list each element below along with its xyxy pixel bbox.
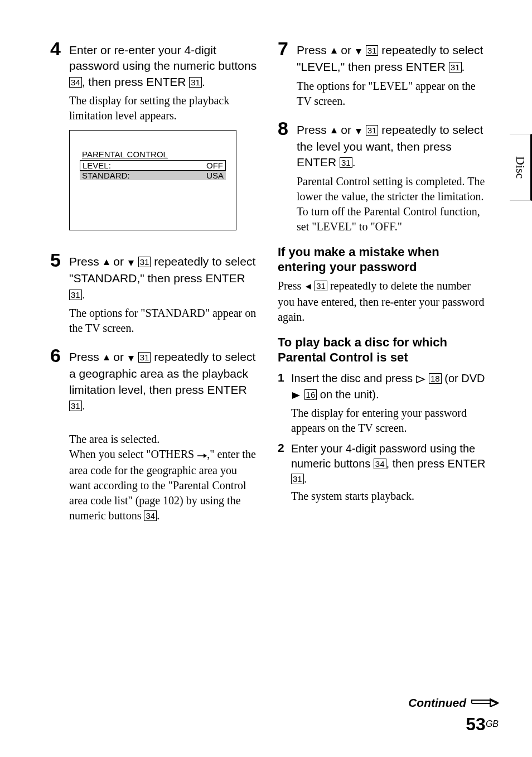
step-instruction: Insert the disc and press 18 (or DVD 16 … [291,371,487,403]
svg-marker-13 [490,699,499,707]
step-number: 6 [50,346,62,365]
step-detail: The options for "STANDARD" appear on the… [69,306,260,336]
screen-row-level: LEVEL: OFF [80,160,226,171]
page-number: 53GB [408,714,499,735]
continued-indicator: Continued [408,696,499,710]
right-column: 7 Press or 31 repeatedly to select "LEVE… [278,39,499,533]
step-detail: The options for "LEVEL" appear on the TV… [297,79,487,109]
step-detail: The area is selected. When you select "O… [69,417,260,523]
step-4: 4 Enter or re-enter your 4-digit passwor… [50,39,260,240]
left-column: 4 Enter or re-enter your 4-digit passwor… [33,39,260,533]
down-arrow-icon [355,44,362,59]
down-arrow-icon [127,350,135,366]
button-ref-34: 34 [374,459,386,469]
svg-marker-12 [292,392,300,399]
button-ref-31: 31 [366,45,379,56]
screen-row-standard: STANDARD: USA [80,171,226,180]
step-detail: Parental Control setting is completed. T… [297,174,487,234]
step-detail: The display for entering your password a… [291,406,487,436]
step-number: 2 [278,441,286,455]
play-solid-icon [291,388,301,403]
step-detail: The system starts playback. [291,489,487,504]
down-arrow-icon [355,123,362,139]
step-instruction: Press or 31 repeatedly to select a geogr… [69,349,260,413]
up-arrow-icon [330,123,338,139]
button-ref-31: 31 [366,125,379,136]
step-5: 5 Press or 31 repeatedly to select "STAN… [50,250,260,336]
step-instruction: Press or 31 repeatedly to select the lev… [297,122,487,171]
svg-marker-3 [128,356,134,361]
left-arrow-icon [304,279,312,295]
svg-marker-8 [331,128,337,133]
parental-control-screen: PARENTAL CONTROL LEVEL: OFF STANDARD: US… [69,130,236,230]
svg-marker-1 [128,261,134,266]
step-number: 1 [278,371,286,384]
page-footer: Continued 53GB [408,696,499,735]
continued-arrow-icon [471,696,499,710]
step-number: 4 [50,39,62,58]
svg-marker-9 [356,129,361,134]
svg-marker-2 [104,355,109,360]
button-ref-31: 31 [69,290,82,300]
step-number: 5 [50,250,62,269]
mistake-text: Press 31 repeatedly to delete the number… [278,278,487,325]
button-ref-31: 31 [340,157,352,168]
step-instruction: Enter or re-enter your 4-digit password … [69,42,260,90]
step-number: 7 [278,39,290,58]
mistake-heading: If you make a mistake when entering your… [278,244,487,275]
button-ref-31: 31 [138,257,151,267]
step-detail: The display for setting the playback lim… [69,93,260,123]
button-ref-34: 34 [69,77,82,88]
playback-step-2: 2 Enter your 4-digit password using the … [278,441,487,504]
svg-marker-6 [331,48,337,54]
step-7: 7 Press or 31 repeatedly to select "LEVE… [278,39,487,109]
step-6: 6 Press or 31 repeatedly to select a geo… [50,346,260,523]
svg-marker-11 [417,376,424,383]
button-ref-34: 34 [144,510,157,521]
right-arrow-icon [197,448,207,463]
step-instruction: Press or 31 repeatedly to select "STANDA… [69,254,260,302]
playback-heading: To play back a disc for which Parental C… [278,335,487,365]
button-ref-31: 31 [69,401,82,411]
button-ref-31: 31 [138,352,151,363]
svg-marker-7 [356,49,361,55]
button-ref-18: 18 [429,373,442,384]
button-ref-31: 31 [189,77,202,88]
section-tab-disc: Disc [510,134,532,201]
step-number: 8 [278,119,290,138]
screen-title: PARENTAL CONTROL [80,150,226,159]
up-arrow-icon [330,44,338,59]
button-ref-31: 31 [315,281,327,291]
play-outline-icon [415,372,425,387]
up-arrow-icon [103,350,110,366]
svg-marker-10 [306,284,311,290]
button-ref-16: 16 [304,389,317,400]
button-ref-31: 31 [291,474,304,484]
svg-marker-0 [104,259,109,265]
step-8: 8 Press or 31 repeatedly to select the l… [278,119,487,234]
playback-step-1: 1 Insert the disc and press 18 (or DVD 1… [278,371,487,436]
button-ref-31: 31 [449,62,462,73]
step-instruction: Press or 31 repeatedly to select "LEVEL,… [297,42,487,75]
up-arrow-icon [103,255,110,271]
step-instruction: Enter your 4-digit password using the nu… [291,441,487,486]
down-arrow-icon [127,255,135,271]
